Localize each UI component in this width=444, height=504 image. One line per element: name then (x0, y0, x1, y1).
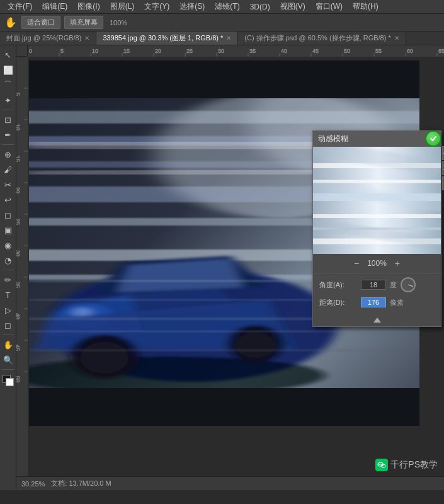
menu-edit[interactable]: 编辑(E) (37, 0, 72, 13)
zoom-tool[interactable]: 🔍 (1, 353, 15, 367)
menu-text[interactable]: 文字(Y) (139, 0, 174, 13)
svg-text:60: 60 (407, 48, 413, 54)
angle-input[interactable] (361, 280, 386, 290)
menu-window[interactable]: 窗口(W) (310, 0, 348, 13)
menu-view[interactable]: 视图(V) (275, 0, 310, 13)
svg-text:50: 50 (344, 48, 350, 54)
move-tool[interactable]: ↖ (1, 48, 15, 62)
zoom-in-btn[interactable]: + (392, 258, 403, 269)
svg-text:45: 45 (16, 345, 21, 351)
menu-image[interactable]: 图像(I) (72, 0, 105, 13)
distance-unit: 像素 (390, 298, 404, 307)
path-select-tool[interactable]: ▷ (1, 303, 15, 317)
menu-bar: 文件(F) 编辑(E) 图像(I) 图层(L) 文字(Y) 选择(S) 滤镜(T… (0, 0, 444, 14)
fit-window-btn[interactable]: 适合窗口 (21, 16, 60, 29)
menu-3d[interactable]: 3D(D) (245, 1, 275, 13)
dodge-tool[interactable]: ◔ (1, 253, 15, 267)
tab-close-2[interactable]: ✕ (394, 35, 399, 42)
color-swatches[interactable] (3, 375, 14, 386)
select-rect-tool[interactable]: ⬜ (1, 63, 15, 77)
svg-text:40: 40 (16, 313, 21, 319)
angle-unit: 度 (390, 280, 397, 290)
slider-row (313, 316, 441, 326)
svg-text:30: 30 (218, 48, 224, 54)
main-layout: ↖ ⬜ ⌒ ✦ ⊡ ✒ ⊕ 🖌 ✂ ↩ ◻ ▣ ◉ ◔ ✏ T ▷ ◻ ✋ 🔍 (0, 45, 444, 490)
lasso-tool[interactable]: ⌒ (1, 78, 15, 92)
brush-tool[interactable]: 🖌 (1, 163, 15, 176)
toolbar-separator-3 (3, 270, 14, 270)
eyedropper-tool[interactable]: ✒ (1, 128, 15, 142)
angle-dial-indicator (408, 285, 413, 287)
svg-text:5: 5 (16, 93, 21, 96)
menu-file[interactable]: 文件(F) (3, 0, 37, 13)
svg-text:65: 65 (438, 48, 444, 54)
slider-triangle[interactable] (373, 318, 381, 323)
clone-stamp-tool[interactable]: ✂ (1, 178, 15, 192)
wechat-icon (375, 459, 388, 471)
type-tool[interactable]: T (1, 288, 15, 302)
zoom-out-btn[interactable]: − (351, 258, 362, 269)
fill-screen-btn[interactable]: 填充屏幕 (64, 16, 103, 29)
svg-text:15: 15 (16, 156, 21, 162)
toolbar-separator-4 (3, 335, 14, 335)
gradient-tool[interactable]: ▣ (1, 223, 15, 237)
svg-point-97 (379, 464, 380, 465)
left-toolbar: ↖ ⬜ ⌒ ✦ ⊡ ✒ ⊕ 🖌 ✂ ↩ ◻ ▣ ◉ ◔ ✏ T ▷ ◻ ✋ 🔍 (0, 45, 16, 490)
menu-layer[interactable]: 图层(L) (105, 0, 140, 13)
svg-text:45: 45 (312, 48, 319, 54)
watermark: 千行PS教学 (375, 459, 438, 471)
ruler-horizontal: 0 5 10 15 20 25 30 35 40 (28, 45, 444, 57)
tab-close-1[interactable]: ✕ (226, 35, 231, 42)
background-color[interactable] (6, 378, 14, 386)
toolbar-separator-5 (3, 369, 14, 370)
distance-input[interactable] (361, 297, 386, 307)
svg-text:25: 25 (186, 48, 193, 54)
history-brush-tool[interactable]: ↩ (1, 193, 15, 207)
crop-tool[interactable]: ⊡ (1, 113, 15, 127)
svg-text:5: 5 (60, 48, 64, 54)
angle-dial[interactable] (401, 277, 416, 292)
angle-label: 角度(A): (319, 280, 357, 290)
doc-info: 文档: 13.7M/20.0 M (51, 479, 111, 488)
svg-text:50: 50 (16, 376, 21, 382)
svg-text:25: 25 (16, 219, 21, 225)
svg-text:10: 10 (92, 48, 98, 54)
dialog-title-text: 动感模糊 (318, 134, 348, 144)
hand-tool-icon[interactable]: ✋ (4, 16, 18, 30)
svg-rect-85 (29, 388, 419, 426)
eraser-tool[interactable]: ◻ (1, 208, 15, 222)
ok-confirm-button[interactable] (425, 130, 441, 147)
shape-tool[interactable]: ◻ (1, 318, 15, 332)
svg-text:40: 40 (281, 48, 287, 54)
menu-filter[interactable]: 滤镜(T) (210, 0, 244, 13)
svg-point-74 (237, 333, 275, 358)
svg-text:15: 15 (123, 48, 130, 54)
angle-param-row: 角度(A): 度 (319, 277, 435, 292)
svg-rect-84 (29, 60, 419, 98)
dialog-zoom-controls: − 100% + (313, 254, 441, 273)
menu-select[interactable]: 选择(S) (174, 0, 210, 13)
svg-text:35: 35 (249, 48, 256, 54)
tab-close-0[interactable]: ✕ (84, 35, 89, 42)
svg-text:35: 35 (16, 282, 21, 288)
status-bar: 30.25% 文档: 13.7M/20.0 M (16, 476, 444, 490)
tab-bar: 封面.jpg @ 25%(RGB/8) ✕ 339854.jpg @ 30.3%… (0, 32, 444, 45)
hand-tool[interactable]: ✋ (1, 338, 15, 352)
svg-text:55: 55 (375, 48, 382, 54)
blur-tool[interactable]: ◉ (1, 238, 15, 252)
watermark-text: 千行PS教学 (390, 459, 438, 471)
pen-tool[interactable]: ✏ (1, 273, 15, 287)
menu-help[interactable]: 帮助(H) (348, 0, 384, 13)
magic-wand-tool[interactable]: ✦ (1, 93, 15, 107)
healing-brush-tool[interactable]: ⊕ (1, 147, 15, 161)
svg-point-101 (384, 466, 384, 466)
motion-blur-dialog: 动感模糊 (312, 130, 441, 327)
options-bar: ✋ 适合窗口 填充屏幕 100% (0, 14, 444, 32)
ruler-vertical: 5 10 15 20 25 30 35 40 45 50 (16, 57, 28, 476)
dialog-preview (313, 147, 441, 254)
zoom-display: 100% (110, 19, 127, 26)
tab-2[interactable]: (C) 操作步骤.psd @ 60.5% (操作步骤, RGB/8) * ✕ (238, 32, 406, 45)
tab-1[interactable]: 339854.jpg @ 30.3% (图层 1, RGB/8) * ✕ (96, 32, 238, 45)
svg-text:20: 20 (155, 48, 161, 54)
tab-0[interactable]: 封面.jpg @ 25%(RGB/8) ✕ (0, 32, 96, 45)
